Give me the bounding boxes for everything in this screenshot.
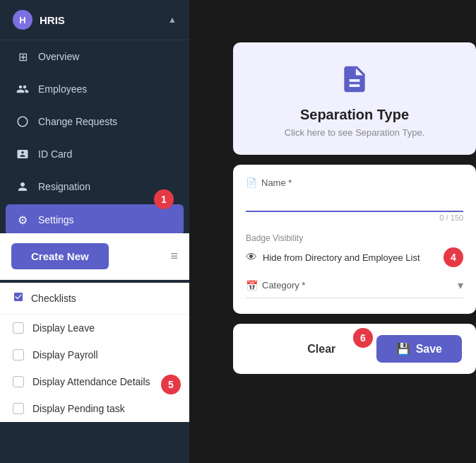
- name-input[interactable]: [246, 191, 463, 212]
- action-card: 6 Clear 💾 Save: [233, 324, 476, 374]
- checklist-section: Checklists Display Leave Display Payroll…: [0, 283, 189, 422]
- annotation-badge-6: 6: [353, 328, 373, 348]
- check-item-label: Display Payroll: [32, 349, 98, 361]
- clear-button[interactable]: Clear: [296, 337, 347, 361]
- category-row[interactable]: 📅 Category * ▾: [246, 279, 463, 298]
- employees-icon: [16, 82, 30, 96]
- sidebar-item-change-requests[interactable]: Change Requests: [0, 105, 189, 138]
- chevron-up-icon[interactable]: ▲: [168, 15, 177, 25]
- checklist-check-icon: [13, 291, 24, 305]
- right-panel: 2 Separation Type Click here to see Sepa…: [233, 42, 476, 374]
- sidebar-item-settings[interactable]: ⚙ Settings: [6, 204, 184, 235]
- sidebar-item-employees[interactable]: Employees: [0, 73, 189, 105]
- hris-icon: H: [13, 10, 32, 30]
- sidebar-item-label: Overview: [38, 51, 79, 62]
- eye-icon: 👁: [246, 251, 257, 264]
- sep-type-subtitle: Click here to see Separation Type.: [247, 127, 462, 138]
- visibility-row: 👁 Hide from Directory and Employee List …: [246, 247, 463, 267]
- check-item-label: Display Leave: [32, 322, 95, 334]
- annotation-badge-4: 4: [444, 247, 463, 267]
- separation-type-card[interactable]: Separation Type Click here to see Separa…: [233, 42, 476, 155]
- sidebar-item-label: Change Requests: [38, 116, 117, 127]
- name-row: 📄 Name * 0 / 150: [246, 177, 463, 222]
- sidebar-item-label: Employees: [38, 83, 87, 95]
- checklist-item-display-payroll[interactable]: Display Payroll: [0, 341, 189, 368]
- sidebar-header-left: H HRIS: [13, 10, 65, 30]
- category-chevron-icon[interactable]: ▾: [458, 279, 463, 292]
- save-button[interactable]: 💾 Save: [376, 335, 462, 363]
- calendar-icon: 📅: [246, 280, 258, 291]
- checkbox-display-payroll[interactable]: [13, 349, 24, 361]
- checklist-item-display-leave[interactable]: Display Leave: [0, 315, 189, 341]
- category-label: Category *: [262, 280, 305, 291]
- sidebar-header: H HRIS ▲: [0, 0, 189, 40]
- annotation-badge-5: 5: [161, 375, 181, 394]
- save-icon: 💾: [396, 342, 410, 356]
- char-count: 0 / 150: [246, 213, 463, 222]
- badge-visibility-label: Badge Visibility: [246, 233, 463, 243]
- document-icon: [247, 64, 462, 101]
- overview-icon: ⊞: [16, 49, 30, 64]
- cat-label-row: 📅 Category *: [246, 280, 305, 291]
- sidebar-item-label: ID Card: [38, 148, 72, 160]
- check-item-label: Display Attendance Details: [32, 376, 150, 387]
- sidebar-item-label: Resignation: [38, 181, 90, 192]
- checklist-item-display-pending[interactable]: Display Pending task: [0, 395, 189, 422]
- badge-visibility-section: Badge Visibility 👁 Hide from Directory a…: [246, 233, 463, 267]
- sep-type-title: Separation Type: [247, 107, 462, 123]
- id-card-icon: [16, 147, 30, 161]
- resignation-icon: [16, 180, 30, 194]
- annotation-badge-1: 1: [154, 189, 174, 209]
- sidebar-item-id-card[interactable]: ID Card: [0, 138, 189, 170]
- form-card: 📄 Name * 0 / 150 Badge Visibility 👁 Hide…: [233, 165, 476, 314]
- check-item-label: Display Pending task: [32, 403, 125, 414]
- save-label: Save: [416, 343, 442, 356]
- create-new-button[interactable]: Create New: [11, 243, 109, 269]
- checklist-label: Checklists: [31, 293, 76, 304]
- sidebar-item-overview[interactable]: ⊞ Overview: [0, 40, 189, 73]
- settings-icon: ⚙: [16, 213, 30, 227]
- checkbox-display-pending[interactable]: [13, 403, 24, 414]
- checkbox-display-attendance[interactable]: [13, 376, 24, 387]
- name-doc-icon: 📄: [246, 177, 257, 188]
- visibility-text: Hide from Directory and Employee List: [263, 252, 432, 263]
- hris-label: HRIS: [40, 14, 65, 26]
- checklist-item-checklists[interactable]: Checklists: [0, 283, 189, 315]
- create-btn-section: 3 Create New ≡: [0, 233, 189, 280]
- sidebar-item-label: Settings: [38, 214, 74, 225]
- name-label: 📄 Name *: [246, 177, 463, 188]
- filter-icon[interactable]: ≡: [170, 249, 178, 264]
- change-requests-icon: [16, 115, 30, 129]
- checkbox-display-leave[interactable]: [13, 322, 24, 334]
